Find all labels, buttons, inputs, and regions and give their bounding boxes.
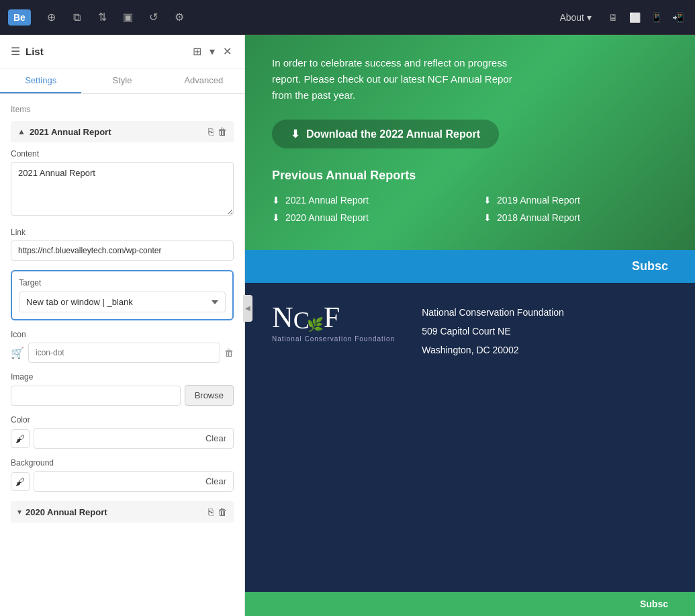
logo[interactable]: Be [8, 9, 31, 26]
bottom-strip-text: Subsc [640, 599, 668, 609]
panel-add-icon[interactable]: ⊞ [191, 43, 203, 60]
toolbar: Be ⊕ ⧉ ⇅ ▣ ↺ ⚙ About ▾ 🖥 ⬜ 📱 📲 [0, 0, 695, 35]
panel-chevron-icon[interactable]: ▾ [207, 43, 217, 60]
right-panel: In order to celebrate success and reflec… [245, 35, 695, 616]
tablet-view-icon[interactable]: 📱 [647, 8, 665, 27]
content-textarea[interactable]: 2021 Annual Report [11, 162, 234, 216]
item-1-copy-icon[interactable]: ⎘ [208, 126, 214, 137]
link-label: Link [11, 228, 234, 237]
tablet-wide-view-icon[interactable]: ⬜ [625, 8, 644, 27]
org-name: National Conservation Foundation [422, 303, 564, 322]
ncf-n: N [272, 303, 293, 333]
items-label: Items [11, 105, 234, 114]
tab-advanced[interactable]: Advanced [163, 69, 244, 93]
layout-icon[interactable]: ▣ [118, 7, 138, 28]
footer-address: National Conservation Foundation 509 Cap… [422, 303, 564, 359]
item-1-actions: ⎘ 🗑 [208, 126, 227, 137]
clear-color-button[interactable]: Clear [34, 428, 234, 449]
about-chevron-icon: ▾ [587, 12, 592, 23]
item-2-copy-icon[interactable]: ⎘ [208, 507, 214, 517]
history-icon[interactable]: ↺ [144, 7, 164, 28]
download-report-icon: ⬇ [483, 195, 492, 206]
blue-strip: Subsc [245, 250, 695, 283]
list-item[interactable]: ⬇ 2018 Annual Report [483, 212, 668, 223]
icon-delete-icon[interactable]: 🗑 [224, 347, 234, 358]
ncf-logo-text: N C 🌿 F [272, 303, 395, 333]
item-2-row: ▾ 2020 Annual Report ⎘ 🗑 [11, 501, 234, 523]
grid-icon[interactable]: ⧉ [67, 7, 87, 28]
report-label: 2020 Annual Report [285, 212, 369, 223]
tab-settings[interactable]: Settings [0, 69, 81, 93]
background-swatch[interactable]: 🖌 [11, 472, 30, 491]
blue-strip-text: Subsc [632, 259, 668, 273]
green-intro-text: In order to celebrate success and reflec… [272, 55, 668, 103]
download-report-icon: ⬇ [272, 195, 280, 206]
ncf-leaf-icon: 🌿 [307, 318, 324, 331]
image-input[interactable] [11, 386, 181, 406]
mobile-view-icon[interactable]: 📲 [668, 8, 687, 27]
item-1-chevron-icon[interactable]: ▲ [17, 127, 26, 136]
item-1-row: ▲ 2021 Annual Report ⎘ 🗑 [11, 121, 234, 142]
icon-label: Icon [11, 330, 234, 339]
report-label: 2018 Annual Report [497, 212, 580, 223]
item-2-delete-icon[interactable]: 🗑 [218, 507, 227, 517]
preview-green-section: In order to celebrate success and reflec… [245, 35, 695, 250]
color-swatch[interactable]: 🖌 [11, 429, 30, 448]
item-2-title: 2020 Annual Report [26, 507, 208, 517]
background-row: 🖌 Clear [11, 471, 234, 492]
target-select[interactable]: Same window | _self New tab or window | … [19, 292, 226, 312]
ncf-logo: N C 🌿 F National Conservation Foundation [272, 303, 395, 343]
panel-title: List [26, 46, 185, 57]
image-row: Browse [11, 385, 234, 406]
download-icon: ⬇ [291, 128, 299, 140]
desktop-view-icon[interactable]: 🖥 [604, 8, 622, 27]
panel-content: Items ▲ 2021 Annual Report ⎘ 🗑 Content 2… [0, 94, 244, 616]
view-toggles: 🖥 ⬜ 📱 📲 [604, 8, 687, 27]
download-button[interactable]: ⬇ Download the 2022 Annual Report [272, 120, 499, 148]
report-label: 2019 Annual Report [497, 195, 580, 206]
about-label: About [559, 12, 584, 23]
color-label: Color [11, 415, 234, 425]
background-label: Background [11, 458, 234, 468]
list-item[interactable]: ⬇ 2021 Annual Report [272, 195, 457, 206]
collapse-handle[interactable]: ◀ [243, 295, 252, 322]
browse-button[interactable]: Browse [185, 385, 234, 406]
target-group: Target Same window | _self New tab or wi… [11, 270, 234, 320]
panel-header: ☰ List ⊞ ▾ ✕ [0, 35, 244, 69]
download-report-icon: ⬇ [272, 212, 280, 223]
list-icon: ☰ [11, 45, 20, 58]
panel-header-actions: ⊞ ▾ ✕ [191, 43, 234, 60]
icon-input[interactable] [28, 343, 220, 363]
tab-style[interactable]: Style [81, 69, 163, 93]
item-1-delete-icon[interactable]: 🗑 [218, 126, 227, 137]
add-icon[interactable]: ⊕ [42, 7, 62, 28]
color-row: 🖌 Clear [11, 428, 234, 449]
list-item[interactable]: ⬇ 2020 Annual Report [272, 212, 457, 223]
download-report-icon: ⬇ [483, 212, 492, 223]
icon-row: 🛒 🗑 [11, 343, 234, 363]
bottom-green-strip: Subsc [245, 592, 695, 616]
target-label: Target [19, 278, 226, 288]
item-2-chevron-icon[interactable]: ▾ [17, 507, 21, 517]
reports-grid: ⬇ 2021 Annual Report ⬇ 2019 Annual Repor… [272, 195, 668, 223]
download-label: Download the 2022 Annual Report [306, 128, 480, 140]
clear-background-button[interactable]: Clear [34, 471, 234, 492]
panel-close-icon[interactable]: ✕ [221, 43, 234, 60]
address-line2: Washington, DC 20002 [422, 341, 564, 359]
panel-tabs: Settings Style Advanced [0, 69, 244, 94]
link-input[interactable] [11, 240, 234, 261]
ncf-f: F [324, 303, 340, 333]
about-menu[interactable]: About ▾ [553, 9, 598, 26]
image-label: Image [11, 372, 234, 382]
ncf-subtitle: National Conservation Foundation [272, 335, 395, 343]
left-panel: ☰ List ⊞ ▾ ✕ Settings Style Advanced Ite… [0, 35, 245, 616]
report-label: 2021 Annual Report [285, 195, 369, 206]
content-label: Content [11, 149, 234, 159]
settings-icon[interactable]: ⚙ [169, 7, 189, 28]
address-line1: 509 Capitol Court NE [422, 322, 564, 341]
sort-icon[interactable]: ⇅ [93, 7, 113, 28]
footer-section: N C 🌿 F National Conservation Foundation… [245, 283, 695, 592]
cart-icon: 🛒 [11, 347, 24, 359]
list-item[interactable]: ⬇ 2019 Annual Report [483, 195, 668, 206]
item-1-title: 2021 Annual Report [30, 127, 208, 137]
